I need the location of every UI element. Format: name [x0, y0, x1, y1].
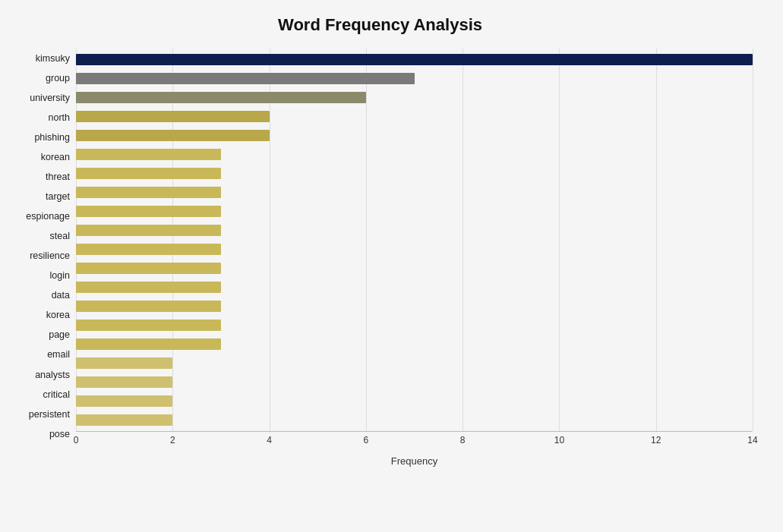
y-label: north: [8, 113, 70, 123]
y-label: espionage: [8, 212, 70, 222]
bar-row: [76, 221, 753, 240]
y-label: threat: [8, 172, 70, 182]
bar-row: [76, 392, 753, 411]
y-label: data: [8, 291, 70, 301]
bars-and-x: 02468101214 Frequency: [76, 49, 753, 467]
x-axis-label: Frequency: [76, 455, 753, 467]
chart-container: Word Frequency Analysis kimsukygroupuniv…: [0, 0, 783, 532]
y-label: persistent: [8, 410, 70, 420]
bar: [76, 187, 221, 198]
bar-row: [76, 335, 753, 354]
bar: [76, 376, 172, 388]
bar: [76, 225, 221, 236]
y-label: korean: [8, 153, 70, 162]
bar-row: [76, 259, 753, 278]
y-label: kimsuky: [8, 54, 70, 64]
bar: [76, 357, 172, 369]
y-label: analysts: [8, 370, 70, 380]
y-label: page: [8, 330, 70, 340]
x-tick: 2: [170, 432, 175, 445]
bar-row: [76, 88, 753, 107]
grid-line: [753, 49, 753, 431]
x-tick: 4: [267, 432, 272, 445]
y-label: critical: [8, 390, 70, 400]
x-tick: 12: [651, 432, 661, 445]
bar: [76, 92, 366, 103]
bar-row: [76, 354, 753, 373]
y-labels: kimsukygroupuniversitynorthphishingkorea…: [8, 49, 76, 467]
bar: [76, 168, 221, 179]
bar: [76, 301, 221, 312]
bar: [76, 111, 270, 122]
y-label: pose: [8, 430, 70, 439]
bar: [76, 206, 221, 217]
x-tick: 14: [747, 432, 757, 445]
bar-row: [76, 316, 753, 335]
bar: [76, 73, 415, 84]
y-label: login: [8, 271, 70, 281]
bar: [76, 54, 753, 65]
bar: [76, 130, 270, 141]
bar-row: [76, 69, 753, 88]
bar: [76, 263, 221, 274]
bar: [76, 338, 221, 350]
x-tick: 6: [364, 432, 369, 445]
bar-row: [76, 240, 753, 259]
y-label: group: [8, 74, 70, 83]
bar-row: [76, 297, 753, 316]
y-label: resilience: [8, 251, 70, 261]
bar-row: [76, 126, 753, 145]
y-label: email: [8, 350, 70, 360]
bars-rows: [76, 49, 753, 431]
bar: [76, 282, 221, 293]
chart-title: Word Frequency Analysis: [8, 15, 753, 35]
bar-row: [76, 278, 753, 297]
x-tick: 0: [74, 432, 79, 445]
bar-row: [76, 202, 753, 221]
bar-row: [76, 373, 753, 392]
bar: [76, 244, 221, 255]
x-tick: 8: [460, 432, 466, 445]
y-label: phishing: [8, 133, 70, 143]
bars-area: [76, 49, 753, 431]
bar: [76, 320, 221, 331]
bar-row: [76, 183, 753, 202]
x-tick: 10: [554, 432, 564, 445]
bar: [76, 414, 172, 426]
bar: [76, 395, 172, 407]
bar: [76, 149, 221, 160]
bar-row: [76, 107, 753, 126]
x-axis-area: 02468101214: [76, 431, 753, 454]
y-label: steal: [8, 231, 70, 241]
chart-area: kimsukygroupuniversitynorthphishingkorea…: [8, 49, 753, 467]
bar-row: [76, 411, 753, 430]
y-label: university: [8, 93, 70, 103]
y-label: korea: [8, 310, 70, 320]
bar-row: [76, 145, 753, 164]
bar-row: [76, 164, 753, 183]
bar-row: [76, 50, 753, 69]
y-label: target: [8, 192, 70, 202]
